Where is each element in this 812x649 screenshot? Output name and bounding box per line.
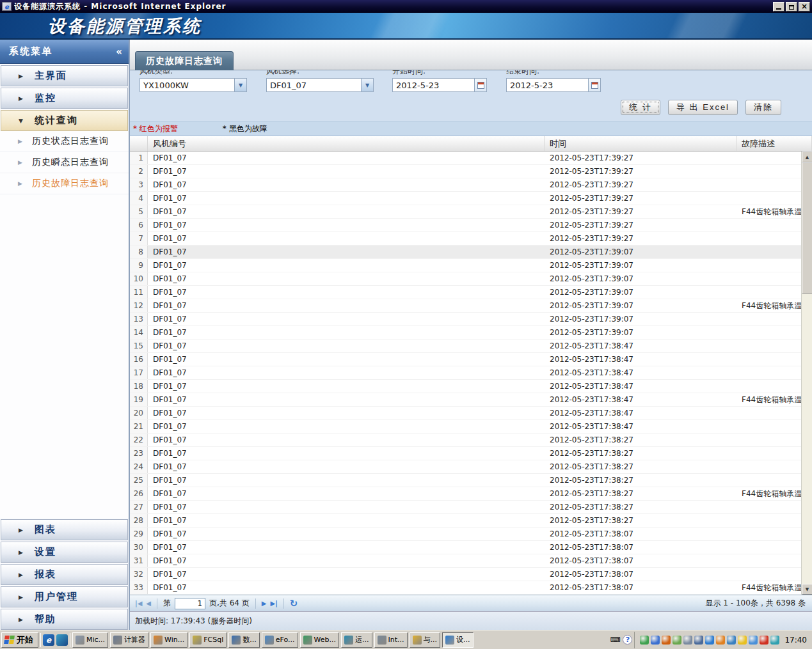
tray-icon-10[interactable] [738,636,747,645]
table-row[interactable]: 3DF01_072012-05-23T17:39:27 [130,178,801,192]
table-row[interactable]: 4DF01_072012-05-23T17:39:27 [130,192,801,205]
tray-icon-13[interactable] [770,636,779,645]
vertical-scrollbar[interactable]: ▲ ▼ [801,152,812,595]
taskbar-task-Int...[interactable]: Int... [374,632,408,648]
tray-icon-3[interactable] [662,636,671,645]
sidebar-item-统计查询[interactable]: ▼统计查询 [1,110,128,131]
sidebar-item-主界面[interactable]: ▶主界面 [1,65,128,86]
restore-icon[interactable] [786,2,797,12]
prev-page-icon[interactable]: ◀ [146,600,151,607]
start-button[interactable]: 开始 [1,632,38,648]
last-page-icon[interactable]: ▶| [270,600,277,607]
column-header-fault-desc[interactable]: 故障描述 [736,136,812,151]
sidebar-item-帮助[interactable]: ▶帮助 [1,609,128,630]
sidebar-item-图表[interactable]: ▶图表 [1,519,128,540]
taskbar-task-Web...[interactable]: Web... [300,632,339,648]
sidebar-item-用户管理[interactable]: ▶用户管理 [1,586,128,607]
ie-quicklaunch-icon[interactable]: e [43,634,54,646]
column-header-time[interactable]: 时间 [545,136,736,151]
scroll-up-icon[interactable]: ▲ [802,152,812,162]
help-tray-icon[interactable]: ? [623,635,632,645]
show-desktop-icon[interactable] [56,634,68,646]
table-row[interactable]: 6DF01_072012-05-23T17:39:27 [130,219,801,232]
taskbar-task-Win...[interactable]: Win... [150,632,187,648]
tray-icon-6[interactable] [694,636,703,645]
table-row[interactable]: 23DF01_072012-05-23T17:38:27 [130,447,801,460]
table-row[interactable]: 18DF01_072012-05-23T17:38:47 [130,380,801,393]
table-row[interactable]: 9DF01_072012-05-23T17:39:07 [130,259,801,272]
table-row[interactable]: 22DF01_072012-05-23T17:38:27 [130,434,801,447]
tray-icon-9[interactable] [727,636,736,645]
table-row[interactable]: 8DF01_072012-05-23T17:39:07 [130,246,801,259]
date-field[interactable]: 2012-5-23 [506,78,601,92]
taskbar-task-数...[interactable]: 数... [228,632,260,648]
dropdown-field[interactable]: YX1000KW▼ [139,78,247,92]
scroll-down-icon[interactable]: ▼ [802,584,812,595]
keyboard-layout-icon[interactable]: ⌨ [609,634,621,646]
taskbar-task-与...[interactable]: 与... [410,632,441,648]
table-row[interactable]: 11DF01_072012-05-23T17:39:07 [130,286,801,299]
tray-icon-7[interactable] [705,636,714,645]
calendar-icon[interactable] [474,79,486,91]
sidebar-item-设置[interactable]: ▶设置 [1,542,128,563]
tray-icon-4[interactable] [673,636,681,645]
table-row[interactable]: 19DF01_072012-05-23T17:38:47F44齿轮箱轴承温度 [130,393,801,407]
table-row[interactable]: 13DF01_072012-05-23T17:39:07 [130,313,801,326]
page-number-input[interactable] [175,598,205,609]
table-row[interactable]: 15DF01_072012-05-23T17:38:47 [130,340,801,353]
minimize-icon[interactable] [773,2,784,12]
table-row[interactable]: 30DF01_072012-05-23T17:38:07 [130,541,801,554]
table-row[interactable]: 27DF01_072012-05-23T17:38:27 [130,501,801,514]
tray-icon-5[interactable] [683,636,692,645]
taskbar-task-FCSql[interactable]: FCSql [189,632,227,648]
dropdown-field[interactable]: DF01_07▼ [266,78,374,92]
refresh-icon[interactable]: ↻ [290,598,298,609]
taskbar-task-计算器[interactable]: 计算器 [110,632,148,648]
taskbar-task-eFo...[interactable]: eFo... [262,632,298,648]
export-excel-button[interactable]: 导 出 Excel [668,100,738,115]
taskbar-task-Mic...[interactable]: Mic... [72,632,108,648]
date-field[interactable]: 2012-5-23 [392,78,487,92]
collapse-sidebar-icon[interactable]: « [116,46,122,58]
sidebar-subitem-历史故障日志查询[interactable]: ▶历史故障日志查询 [0,173,129,194]
column-header-fan-id[interactable]: 风机编号 [148,136,545,151]
table-row[interactable]: 20DF01_072012-05-23T17:38:47 [130,407,801,420]
table-row[interactable]: 24DF01_072012-05-23T17:38:27 [130,460,801,474]
tray-icon-8[interactable] [716,636,725,645]
table-row[interactable]: 32DF01_072012-05-23T17:38:07 [130,568,801,581]
taskbar-task-设...[interactable]: 设... [442,632,474,648]
table-row[interactable]: 7DF01_072012-05-23T17:39:27 [130,232,801,246]
dropdown-arrow-icon[interactable]: ▼ [234,79,246,91]
table-row[interactable]: 25DF01_072012-05-23T17:38:27 [130,474,801,487]
table-row[interactable]: 29DF01_072012-05-23T17:38:07 [130,528,801,541]
calendar-icon[interactable] [588,79,600,91]
tray-icon-11[interactable] [749,636,758,645]
table-row[interactable]: 12DF01_072012-05-23T17:39:07F44齿轮箱轴承温度 [130,299,801,313]
table-row[interactable]: 16DF01_072012-05-23T17:38:47 [130,353,801,366]
sidebar-subitem-历史瞬态日志查询[interactable]: ▶历史瞬态日志查询 [0,152,129,173]
tray-icon-2[interactable] [651,636,660,645]
tray-icon-1[interactable] [640,636,649,645]
table-row[interactable]: 28DF01_072012-05-23T17:38:27 [130,514,801,528]
table-row[interactable]: 5DF01_072012-05-23T17:39:27F44齿轮箱轴承温度 [130,205,801,219]
tray-icon-12[interactable] [760,636,768,645]
table-row[interactable]: 21DF01_072012-05-23T17:38:47 [130,420,801,434]
table-row[interactable]: 33DF01_072012-05-23T17:38:07F44齿轮箱轴承温度 [130,581,801,595]
scrollbar-thumb[interactable] [802,162,812,293]
table-row[interactable]: 1DF01_072012-05-23T17:39:27 [130,152,801,165]
sidebar-item-监控[interactable]: ▶监控 [1,88,128,109]
clear-button[interactable]: 清除 [745,100,781,115]
table-row[interactable]: 26DF01_072012-05-23T17:38:27F44齿轮箱轴承温度 [130,487,801,501]
statistics-button[interactable]: 统 计 [621,100,660,115]
dropdown-arrow-icon[interactable]: ▼ [361,79,373,91]
table-row[interactable]: 2DF01_072012-05-23T17:39:27 [130,165,801,178]
taskbar-task-运...[interactable]: 运... [341,632,372,648]
table-row[interactable]: 10DF01_072012-05-23T17:39:07 [130,272,801,286]
sidebar-subitem-历史状态日志查询[interactable]: ▶历史状态日志查询 [0,131,129,152]
taskbar-clock[interactable]: 17:40 [784,636,807,645]
sidebar-item-报表[interactable]: ▶报表 [1,564,128,585]
table-row[interactable]: 14DF01_072012-05-23T17:39:07 [130,326,801,340]
next-page-icon[interactable]: ▶ [262,600,267,607]
table-row[interactable]: 17DF01_072012-05-23T17:38:47 [130,366,801,380]
first-page-icon[interactable]: |◀ [135,600,142,607]
